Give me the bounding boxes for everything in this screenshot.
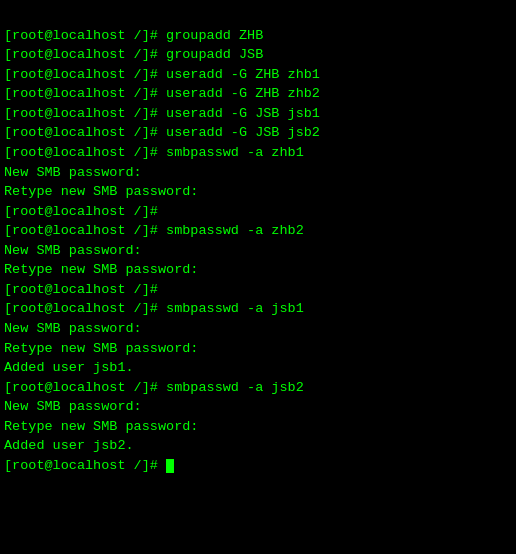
terminal-line: Added user jsb2. (4, 436, 512, 456)
terminal-line: [root@localhost /]# (4, 456, 512, 476)
terminal-line: [root@localhost /]# smbpasswd -a jsb1 (4, 299, 512, 319)
terminal-line: New SMB password: (4, 397, 512, 417)
terminal-line: Retype new SMB password: (4, 182, 512, 202)
terminal-window: [root@localhost /]# groupadd ZHB[root@lo… (0, 0, 516, 554)
terminal-line: [root@localhost /]# smbpasswd -a zhb2 (4, 221, 512, 241)
terminal-line: Retype new SMB password: (4, 260, 512, 280)
terminal-line: [root@localhost /]# smbpasswd -a jsb2 (4, 378, 512, 398)
terminal-line: New SMB password: (4, 241, 512, 261)
terminal-line: Retype new SMB password: (4, 417, 512, 437)
terminal-line: [root@localhost /]# useradd -G JSB jsb2 (4, 123, 512, 143)
terminal-cursor (166, 459, 174, 473)
terminal-line: New SMB password: (4, 319, 512, 339)
terminal-line: [root@localhost /]# (4, 202, 512, 222)
terminal-line: [root@localhost /]# useradd -G JSB jsb1 (4, 104, 512, 124)
terminal-line: Added user jsb1. (4, 358, 512, 378)
terminal-line: [root@localhost /]# groupadd ZHB (4, 26, 512, 46)
terminal-line: [root@localhost /]# smbpasswd -a zhb1 (4, 143, 512, 163)
terminal-line: [root@localhost /]# (4, 280, 512, 300)
terminal-line: [root@localhost /]# groupadd JSB (4, 45, 512, 65)
terminal-line: New SMB password: (4, 163, 512, 183)
terminal-line: [root@localhost /]# useradd -G ZHB zhb2 (4, 84, 512, 104)
terminal-line: Retype new SMB password: (4, 339, 512, 359)
terminal-line: [root@localhost /]# useradd -G ZHB zhb1 (4, 65, 512, 85)
